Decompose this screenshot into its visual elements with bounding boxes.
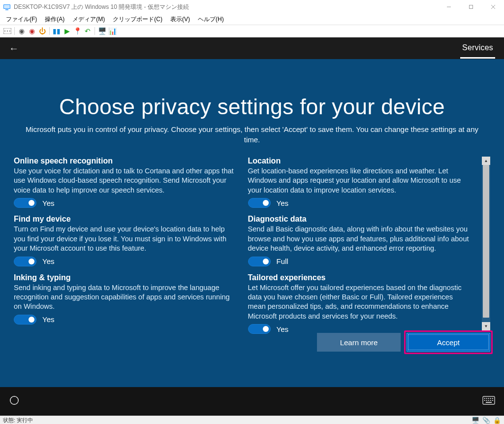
setting-desc: Get location-based experiences like dire… [248, 166, 472, 195]
svg-rect-19 [486, 400, 487, 401]
toolbar: ◉ ◉ ⏻ ▮▮ ▶ 📍 ↶ 🖥️ 📊 [0, 25, 504, 37]
toggle-state-label: Yes [42, 315, 54, 324]
ctrl-alt-del-icon[interactable] [3, 27, 12, 35]
toggle-location[interactable] [248, 198, 271, 208]
svg-rect-16 [490, 398, 491, 399]
svg-rect-4 [469, 5, 472, 9]
setting-desc: Turn on Find my device and use your devi… [14, 225, 238, 253]
svg-rect-13 [484, 398, 485, 399]
toolbar-separator [14, 27, 15, 35]
svg-rect-21 [490, 400, 491, 401]
minimize-button[interactable] [438, 0, 460, 14]
keyboard-layout-icon[interactable] [482, 395, 495, 408]
services-tab[interactable]: Services [460, 38, 495, 59]
share-icon[interactable]: 📊 [108, 27, 117, 35]
svg-rect-20 [488, 400, 489, 401]
setting-title: Diagnostic data [248, 215, 472, 224]
checkpoint-icon[interactable]: 📍 [73, 27, 82, 35]
toggle-state-label: Full [277, 257, 288, 265]
setting-find-my-device: Find my device Turn on Find my device an… [14, 215, 238, 266]
settings-scrollbar[interactable]: ▲ ▼ [482, 157, 490, 330]
svg-rect-17 [492, 398, 493, 399]
toggle-state-label: Yes [277, 199, 288, 207]
scroll-thumb[interactable] [483, 165, 489, 318]
svg-rect-22 [492, 400, 493, 401]
toggle-find-my-device[interactable] [14, 257, 36, 266]
status-text: 状態: 実行中 [3, 417, 33, 424]
back-arrow-icon[interactable]: ← [9, 43, 19, 54]
menu-clipboard[interactable]: クリップボード(C) [110, 14, 165, 25]
toggle-state-label: Yes [277, 325, 288, 333]
menubar: ファイル(F) 操作(A) メディア(M) クリップボード(C) 表示(V) ヘ… [0, 14, 504, 25]
oobe-footer [0, 387, 504, 416]
svg-rect-9 [7, 31, 8, 32]
svg-rect-15 [488, 398, 489, 399]
toggle-tailored-experiences[interactable] [248, 324, 271, 334]
shutdown-icon[interactable]: ⏻ [38, 27, 47, 35]
setting-tailored-experiences: Tailored experiences Let Microsoft offer… [248, 273, 472, 334]
pause-icon[interactable]: ▮▮ [52, 27, 61, 35]
setting-diagnostic-data: Diagnostic data Send all Basic diagnosti… [248, 215, 472, 266]
menu-view[interactable]: 表示(V) [167, 14, 193, 25]
button-label: Learn more [340, 338, 378, 347]
scroll-down-icon[interactable]: ▼ [482, 322, 490, 330]
accept-button[interactable]: Accept [407, 333, 490, 352]
toggle-diagnostic-data[interactable] [248, 257, 271, 266]
host-statusbar: 状態: 実行中 🖥️ 📎 🔒 [0, 416, 504, 424]
setting-desc: Send inking and typing data to Microsoft… [14, 283, 238, 312]
menu-media[interactable]: メディア(M) [69, 14, 108, 25]
menu-help[interactable]: ヘルプ(H) [195, 14, 227, 25]
maximize-button[interactable] [460, 0, 482, 14]
menu-file[interactable]: ファイル(F) [3, 14, 40, 25]
setting-title: Location [248, 157, 472, 165]
setting-desc: Use your voice for dictation and to talk… [14, 166, 238, 195]
svg-rect-8 [4, 31, 5, 32]
setting-title: Find my device [14, 215, 238, 224]
settings-left-column: Online speech recognition Use your voice… [14, 157, 238, 330]
oobe-button-row: Learn more Accept [317, 333, 490, 352]
connection-disk-icon: 🖥️ [472, 417, 479, 424]
start-icon[interactable]: ◉ [17, 27, 26, 35]
setting-inking-typing: Inking & typing Send inking and typing d… [14, 273, 238, 325]
host-titlebar: DESKTOP-K1C9SV7 上の Windows 10 開発環境 - 仮想マ… [0, 0, 504, 14]
enhanced-session-icon[interactable]: 🖥️ [97, 27, 106, 35]
learn-more-button[interactable]: Learn more [317, 333, 401, 352]
toolbar-separator [94, 27, 95, 35]
attachment-icon: 📎 [482, 417, 490, 424]
svg-rect-18 [484, 400, 485, 401]
settings-right-column: Location Get location-based experiences … [248, 157, 472, 330]
reset-icon[interactable]: ▶ [63, 27, 71, 35]
menu-action[interactable]: 操作(A) [42, 14, 67, 25]
turnoff-icon[interactable]: ◉ [28, 27, 36, 35]
toolbar-separator [49, 27, 50, 35]
close-button[interactable] [482, 0, 504, 14]
svg-rect-14 [486, 398, 487, 399]
ease-of-access-icon[interactable] [9, 395, 20, 408]
lock-icon: 🔒 [493, 417, 501, 424]
revert-icon[interactable]: ↶ [83, 27, 92, 35]
toggle-inking-typing[interactable] [14, 315, 36, 325]
status-right-icons: 🖥️ 📎 🔒 [472, 417, 501, 424]
oobe-body: Choose privacy settings for your device … [0, 59, 504, 387]
page-subtitle: Microsoft puts you in control of your pr… [21, 124, 483, 145]
vm-viewport: ← Services Choose privacy settings for y… [0, 37, 504, 416]
oobe-header-bar: ← Services [0, 37, 504, 59]
setting-desc: Let Microsoft offer you tailored experie… [248, 283, 472, 322]
svg-rect-2 [5, 9, 8, 10]
setting-title: Online speech recognition [14, 157, 238, 165]
toggle-state-label: Yes [42, 257, 54, 265]
svg-rect-1 [4, 5, 10, 8]
vmconnect-icon [3, 3, 11, 11]
button-label: Accept [437, 338, 460, 347]
scroll-up-icon[interactable]: ▲ [482, 157, 490, 165]
window-controls [438, 0, 504, 14]
svg-rect-23 [486, 402, 492, 403]
svg-rect-10 [9, 31, 10, 32]
setting-title: Inking & typing [14, 273, 238, 282]
toggle-online-speech[interactable] [14, 198, 36, 208]
window-title: DESKTOP-K1C9SV7 上の Windows 10 開発環境 - 仮想マ… [14, 3, 438, 11]
setting-location: Location Get location-based experiences … [248, 157, 472, 208]
toggle-state-label: Yes [42, 199, 54, 207]
setting-title: Tailored experiences [248, 273, 472, 282]
setting-online-speech: Online speech recognition Use your voice… [14, 157, 238, 208]
